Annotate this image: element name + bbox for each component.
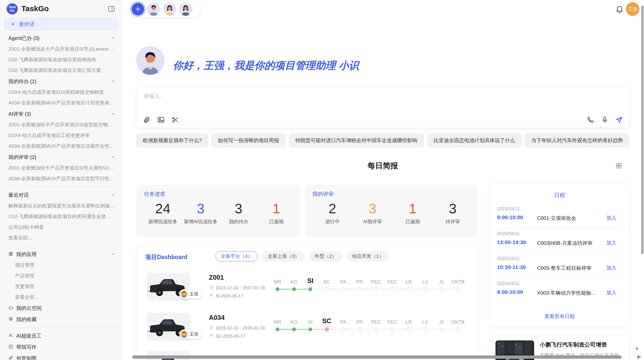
attach-icon[interactable] (143, 116, 151, 124)
milestone-connector (313, 329, 324, 330)
milestone-dot-FEC[interactable] (390, 287, 394, 291)
milestone-dot-MR[interactable] (276, 287, 280, 291)
chevron-up-icon (111, 79, 115, 84)
suggestion-chip-4[interactable]: 比亚迪全固态电池计划具体说了什么 (427, 133, 522, 147)
milestone-dot-SC[interactable] (325, 287, 329, 291)
suggestion-chip-5[interactable]: 当下年轻人对汽车外观有怎样的喜好趋势 (525, 133, 630, 147)
milestone-dot-PEC[interactable] (374, 287, 378, 291)
sidebar: Task Go TaskGo 新对话 Agent已办 (3)Z001-全新燃油皮… (0, 0, 122, 360)
sidebar-item-people[interactable]: AI超级员工 (0, 330, 122, 341)
sidebar-section-header-s3[interactable]: 我的评审 (2) (0, 152, 122, 163)
milestone-dot-OKTB[interactable] (456, 287, 460, 291)
milestone-dot-SC[interactable] (325, 327, 329, 331)
milestone-dot-SI[interactable] (309, 287, 312, 291)
briefing-layout-grid-icon[interactable] (615, 162, 623, 170)
milestone-dot-PA[interactable] (341, 327, 345, 331)
join-meeting-link[interactable]: 加入 (605, 214, 618, 222)
assistant-avatar-1[interactable] (147, 3, 160, 16)
user-avatar[interactable]: 王强 (626, 2, 639, 16)
join-meeting-link[interactable]: 加入 (605, 239, 618, 247)
milestone-connector (411, 329, 423, 330)
milestone-dot-FEC[interactable] (390, 327, 394, 331)
assistant-avatar-2[interactable] (163, 3, 176, 16)
dashboard-tab-2[interactable]: 全新上装（3） (262, 251, 305, 261)
sidebar-item[interactable]: A034-全新新能源MUV产品开发项目法规符合性评审 (0, 141, 122, 152)
sidebar-item[interactable]: Z001-全新燃油皮卡产品开发项目SI节点Lesson Learn报告 (0, 44, 122, 54)
sidebar-item[interactable]: C02-飞腾新能源轻客改款项目里程碑画布 (0, 54, 122, 65)
dashboard-tab-1[interactable]: 全新平台（4） (215, 251, 258, 261)
milestone-dot-OKTB[interactable] (456, 327, 460, 331)
milestone-dot-LS[interactable] (423, 327, 427, 331)
sidebar-item[interactable]: Z001-全新燃油轻卡产品开发项目SI造型提交物评审 (0, 119, 122, 130)
sidebar-section-header-s2[interactable]: AI评审 (3) (0, 108, 122, 119)
sidebar-view-all-conversations[interactable]: 查看全部... (0, 233, 122, 243)
scroll-right-arrow-icon[interactable]: ▶ (637, 354, 641, 359)
sidebar-item[interactable]: C0X4-动力总成开发项目SI里程碑提交物检查 (0, 87, 122, 98)
project-owner-badge[interactable]: 王强 (179, 289, 202, 298)
view-all-schedule-link[interactable]: 查看所有日程 (490, 313, 629, 320)
milestone-dot-KO[interactable] (292, 327, 296, 331)
milestone-dot-PA[interactable] (341, 287, 345, 291)
sidebar-list: Agent已办 (3)Z001-全新燃油皮卡产品开发项目SI节点Lesson L… (0, 33, 122, 360)
milestone-dot-KO[interactable] (292, 287, 296, 291)
sidebar-app-item[interactable]: 变更管理 (0, 281, 122, 292)
join-meeting-link[interactable]: 加入 (605, 289, 618, 296)
assistant-avatar-3[interactable] (179, 3, 192, 16)
sidebar-item-my-apps[interactable]: 我的应用 (0, 249, 122, 260)
microphone-icon[interactable] (601, 116, 609, 124)
milestone-dot-PR[interactable] (358, 327, 361, 331)
sidebar-item[interactable]: C02-飞腾新能源轻客改款项目立项汇报方案 (0, 65, 122, 76)
image-upload-icon[interactable] (157, 116, 165, 124)
sidebar-item-star-badge[interactable]: 我的收藏 (0, 314, 122, 325)
stat-column: 3新增AI完成任务 (182, 201, 220, 225)
sidebar-section-header-s0[interactable]: Agent已办 (3) (0, 33, 122, 44)
suggestion-chip-1[interactable]: 欧洲新规最近颁布了什么? (136, 133, 208, 147)
sidebar-app-item[interactable]: 项目管理 (0, 260, 122, 271)
sidebar-item-write[interactable]: 帮我写作 (0, 341, 122, 353)
new-chat-button[interactable]: 新对话 (5, 18, 117, 30)
notification-bell-icon[interactable] (615, 5, 624, 14)
sidebar-item[interactable]: A034-全新新能源MUV产品开发项目造型可行性评审 (0, 173, 122, 184)
vertical-scrollbar[interactable] (641, 6, 643, 254)
sidebar-item-cloud[interactable]: 我的云空间 (0, 303, 122, 314)
chat-input[interactable] (143, 92, 551, 111)
milestone-dot-J1[interactable] (440, 287, 444, 291)
dashboard-tab-4[interactable]: 动总开发（1） (347, 251, 389, 261)
sidebar-item[interactable]: Z001-全新燃油轻卡产品开发项目SI节点属性5D文件评审 (0, 163, 122, 173)
scroll-down-arrow-icon[interactable]: ▼ (634, 346, 639, 351)
milestone-dot-MR[interactable] (276, 327, 280, 331)
chevron-up-icon (111, 193, 115, 197)
sidebar-item[interactable]: C02-飞腾新能源轻客改款项目的闭环通告反馈情况 (0, 211, 122, 222)
milestone-dot-PEC[interactable] (374, 327, 378, 331)
milestone-dot-LR[interactable] (407, 287, 411, 291)
sidebar-item[interactable]: C0X4-动力总成开发项目工程变更评审 (0, 130, 122, 141)
sidebar-item[interactable]: 解释最新出台的欧盟报废车法规再生塑料比例被调至15%... (0, 201, 122, 211)
add-assistant-button[interactable] (131, 3, 144, 16)
project-dates-text: 2023-12-19 ~ 2027-01-19 (216, 286, 265, 291)
send-icon[interactable] (615, 116, 623, 124)
sidebar-item[interactable]: 公司Q3轻卡销量 (0, 222, 122, 233)
suggestion-chip-3[interactable]: 特朗普可能对进口汽车增税会对中国车企造成哪些影响 (289, 133, 424, 147)
sidebar-section-header-s1[interactable]: 我的待办 (2) (0, 76, 122, 87)
sidebar-collapse-icon[interactable] (108, 5, 115, 13)
schedule-time: 13:00-14:30 (497, 239, 526, 245)
sidebar-section-header-recent[interactable]: 最近对话 (0, 189, 122, 201)
project-owner-badge[interactable]: 王强 (179, 329, 202, 339)
milestone-dot-SI[interactable] (309, 327, 312, 331)
sidebar-app-item[interactable]: 查看全部... (0, 292, 122, 303)
sidebar-item[interactable]: A034-全新新能源MUV产品开发项目计划变更表编写 (0, 98, 122, 108)
dashboard-tab-3[interactable]: 年型（2） (309, 251, 342, 261)
suggestion-chip-2[interactable]: 如何写一份清晰的项目周报 (211, 133, 286, 147)
scissors-icon[interactable] (171, 116, 179, 124)
new-chat-label: 新对话 (19, 21, 34, 28)
phone-call-icon[interactable] (587, 116, 595, 124)
schedule-date: 2025/03/11 (497, 206, 520, 212)
sidebar-app-item[interactable]: 产品管理 (0, 271, 122, 281)
sidebar-item-feather[interactable]: 创意制图 (0, 353, 122, 360)
join-meeting-link[interactable]: 加入 (605, 264, 618, 272)
milestone-dot-LS[interactable] (423, 287, 427, 291)
milestone-dot-PR[interactable] (358, 287, 361, 291)
horizontal-scrollbar[interactable] (132, 355, 622, 359)
milestone-dot-J1[interactable] (440, 327, 444, 331)
milestone-dot-LR[interactable] (407, 327, 411, 331)
